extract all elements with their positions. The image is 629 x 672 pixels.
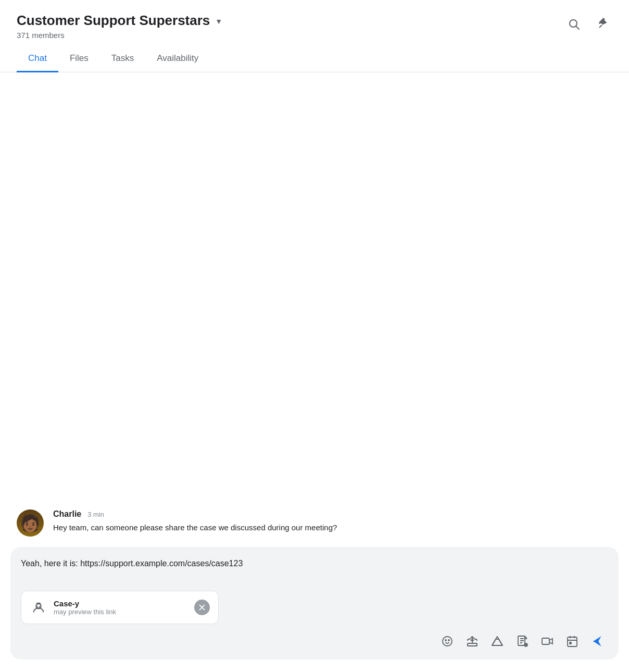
- search-button[interactable]: [564, 15, 583, 33]
- link-icon: [30, 599, 47, 616]
- tab-availability[interactable]: Availability: [145, 47, 210, 72]
- svg-rect-13: [542, 638, 549, 644]
- link-preview: Case-y may preview this link: [21, 591, 219, 624]
- svg-rect-14: [568, 637, 577, 646]
- drive-button[interactable]: [486, 630, 508, 652]
- tab-chat[interactable]: Chat: [17, 47, 58, 72]
- link-title: Case-y: [54, 599, 116, 608]
- pin-button[interactable]: [594, 15, 612, 33]
- header-actions: [564, 15, 612, 33]
- link-preview-text: Case-y may preview this link: [54, 599, 116, 616]
- emoji-button[interactable]: [436, 630, 458, 652]
- message-text: Hey team, can someone please share the c…: [53, 522, 337, 534]
- link-preview-content: Case-y may preview this link: [30, 599, 116, 616]
- case-icon: [31, 600, 46, 615]
- upload-icon: [466, 635, 479, 648]
- search-icon: [568, 18, 580, 30]
- dropdown-arrow-icon[interactable]: ▼: [215, 17, 222, 26]
- chat-area: 🧑🏾 Charlie 3 min Hey team, can someone p…: [0, 72, 629, 547]
- send-icon: [590, 634, 604, 648]
- emoji-icon: [441, 635, 454, 648]
- meet-button[interactable]: [536, 630, 558, 652]
- calendar-button[interactable]: [561, 630, 583, 652]
- svg-point-7: [445, 640, 446, 641]
- header: Customer Support Superstars ▼ 371 member…: [0, 0, 629, 40]
- compose-box: Yeah, here it is: https://support.exampl…: [10, 547, 619, 659]
- message-time: 3 min: [87, 511, 104, 518]
- tab-files[interactable]: Files: [58, 47, 100, 72]
- new-doc-icon: [516, 635, 529, 648]
- upload-button[interactable]: [461, 630, 483, 652]
- avatar-emoji: 🧑🏾: [20, 513, 41, 533]
- header-left: Customer Support Superstars ▼ 371 member…: [17, 13, 222, 40]
- svg-point-8: [448, 640, 449, 641]
- calendar-icon: [566, 635, 578, 648]
- send-button[interactable]: [586, 630, 608, 652]
- svg-line-1: [576, 27, 580, 30]
- sender-name: Charlie: [53, 509, 81, 519]
- group-title: Customer Support Superstars ▼: [17, 13, 222, 29]
- message-body: Charlie 3 min Hey team, can someone plea…: [53, 509, 337, 534]
- link-subtitle: may preview this link: [54, 608, 116, 616]
- compose-input[interactable]: Yeah, here it is: https://support.exampl…: [21, 557, 608, 582]
- group-name: Customer Support Superstars: [17, 13, 210, 29]
- message-item: 🧑🏾 Charlie 3 min Hey team, can someone p…: [17, 509, 612, 537]
- compose-toolbar: [21, 624, 608, 659]
- new-doc-button[interactable]: [511, 630, 533, 652]
- link-preview-close-button[interactable]: [194, 600, 210, 615]
- close-icon: [198, 603, 206, 612]
- pin-icon: [597, 18, 609, 30]
- message-header: Charlie 3 min: [53, 509, 337, 519]
- meet-icon: [541, 635, 553, 648]
- svg-rect-15: [570, 642, 571, 644]
- svg-point-6: [443, 637, 452, 646]
- avatar: 🧑🏾: [17, 509, 44, 537]
- tabs: Chat Files Tasks Availability: [0, 47, 629, 72]
- member-count: 371 members: [17, 31, 222, 40]
- drive-icon: [491, 635, 504, 648]
- tab-tasks[interactable]: Tasks: [100, 47, 145, 72]
- svg-line-2: [599, 25, 602, 28]
- svg-marker-10: [492, 637, 502, 645]
